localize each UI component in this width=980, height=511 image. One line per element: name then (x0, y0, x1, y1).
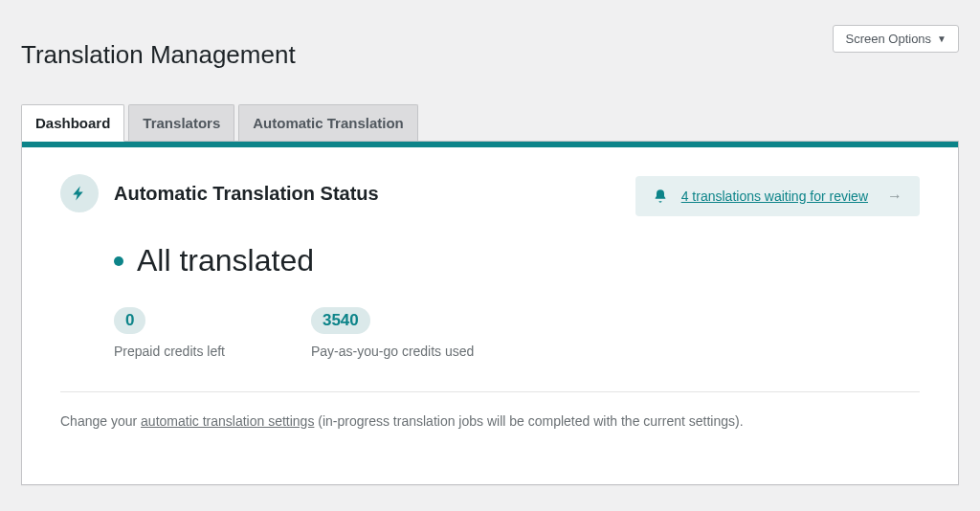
bolt-icon (60, 174, 99, 212)
dashboard-panel: Automatic Translation Status 4 translati… (21, 141, 959, 485)
metric-prepaid: 0 Prepaid credits left (114, 307, 225, 359)
footer-line: Change your automatic translation settin… (60, 413, 920, 429)
footer-suffix: (in-progress translation jobs will be co… (314, 413, 743, 429)
bell-icon (653, 189, 668, 204)
payg-value: 3540 (311, 307, 370, 334)
metric-payg: 3540 Pay-as-you-go credits used (311, 307, 474, 359)
review-notice[interactable]: 4 translations waiting for review → (635, 176, 920, 216)
prepaid-label: Prepaid credits left (114, 344, 225, 359)
status-section-title: Automatic Translation Status (114, 183, 379, 205)
divider (60, 391, 920, 392)
prepaid-value: 0 (114, 307, 145, 334)
status-title-group: Automatic Translation Status (60, 174, 379, 212)
screen-options-label: Screen Options (845, 32, 931, 46)
tab-dashboard[interactable]: Dashboard (21, 104, 124, 142)
status-row: All translated (114, 243, 920, 278)
payg-label: Pay-as-you-go credits used (311, 344, 474, 359)
accent-bar (22, 142, 958, 147)
chevron-down-icon: ▼ (937, 33, 947, 44)
footer-prefix: Change your (60, 413, 141, 429)
tab-translators[interactable]: Translators (128, 104, 234, 142)
tab-automatic-translation[interactable]: Automatic Translation (238, 104, 418, 142)
screen-options-button[interactable]: Screen Options ▼ (833, 25, 959, 53)
arrow-right-icon: → (887, 188, 902, 205)
status-text: All translated (137, 243, 314, 278)
automatic-translation-settings-link[interactable]: automatic translation settings (141, 413, 314, 429)
tabs-container: Dashboard Translators Automatic Translat… (21, 103, 959, 485)
status-dot-icon (114, 256, 123, 266)
metrics-row: 0 Prepaid credits left 3540 Pay-as-you-g… (114, 307, 920, 359)
page-title: Translation Management (21, 40, 296, 70)
review-link[interactable]: 4 translations waiting for review (681, 189, 868, 204)
tab-list: Dashboard Translators Automatic Translat… (21, 103, 959, 141)
status-header-row: Automatic Translation Status 4 translati… (60, 174, 920, 216)
